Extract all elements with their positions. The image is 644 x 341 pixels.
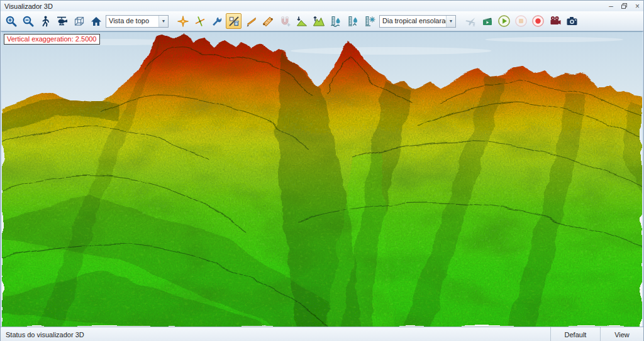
stop-recording-button[interactable] xyxy=(513,13,529,29)
settings-wrench-button[interactable] xyxy=(209,13,225,29)
water-level-button[interactable] xyxy=(328,13,343,29)
water-level-icon xyxy=(330,15,342,28)
flight-simulation-icon xyxy=(464,15,477,28)
export-video-button[interactable] xyxy=(547,13,563,29)
atmosphere-select[interactable]: Dia tropical ensolarado ▼ xyxy=(379,15,456,28)
vertical-exaggeration-label: Vertical exaggeration: 2.5000 xyxy=(4,34,100,45)
minimize-button[interactable]: – xyxy=(609,3,613,9)
zoom-out-button[interactable] xyxy=(20,13,36,29)
flight-simulation-button[interactable] xyxy=(462,13,478,29)
window-title: Visualizador 3D xyxy=(4,3,609,10)
water-rise-button[interactable] xyxy=(345,13,360,29)
close-button[interactable]: × xyxy=(635,3,640,9)
move-axes-icon xyxy=(194,15,206,28)
lower-exaggeration-icon xyxy=(296,15,308,28)
water-rise-icon xyxy=(347,15,359,28)
status-text: Status do visualizador 3D xyxy=(1,327,550,341)
status-bar: Status do visualizador 3D Default View xyxy=(1,327,643,341)
draw-path-icon xyxy=(245,15,257,28)
slope-tool-icon xyxy=(228,15,240,28)
video-camera-icon xyxy=(548,14,562,28)
play-icon xyxy=(497,14,511,28)
walk-mode-icon xyxy=(39,15,52,28)
app-window: Visualizador 3D – × xyxy=(0,0,644,341)
photo-camera-icon xyxy=(565,14,579,28)
orbit-cube-button[interactable] xyxy=(71,13,87,29)
status-view-pane: View xyxy=(600,327,643,341)
status-default-pane: Default xyxy=(550,327,600,341)
restore-button[interactable] xyxy=(621,3,627,9)
snap-add-button[interactable] xyxy=(277,13,292,29)
view-mode-select[interactable]: Vista de topo ▼ xyxy=(106,15,169,28)
restore-icon xyxy=(621,3,627,9)
zoom-out-icon xyxy=(22,15,35,28)
home-view-button[interactable] xyxy=(88,13,104,29)
animation-editor-icon xyxy=(481,15,494,28)
slope-tool-button[interactable] xyxy=(226,13,242,29)
record-icon xyxy=(531,14,545,28)
home-view-icon xyxy=(90,15,103,28)
stop-icon xyxy=(514,14,528,28)
draw-path-button[interactable] xyxy=(243,13,258,29)
orbit-cube-icon xyxy=(73,15,86,28)
walk-mode-button[interactable] xyxy=(37,13,53,29)
zoom-in-button[interactable] xyxy=(3,13,19,29)
center-view-button[interactable] xyxy=(175,13,191,29)
measure-distance-button[interactable] xyxy=(260,13,275,29)
animation-editor-button[interactable] xyxy=(479,13,495,29)
atmosphere-value: Dia tropical ensolarado xyxy=(380,16,446,27)
fly-mode-icon xyxy=(56,15,69,28)
toolbar: Vista de topo ▼ xyxy=(1,11,643,31)
play-animation-button[interactable] xyxy=(496,13,512,29)
view-mode-value: Vista de topo xyxy=(106,16,158,27)
terrain-3d-view[interactable] xyxy=(2,32,642,327)
lower-exaggeration-button[interactable] xyxy=(294,13,309,29)
measure-distance-icon xyxy=(262,15,274,28)
move-axes-button[interactable] xyxy=(192,13,208,29)
settings-wrench-icon xyxy=(211,15,223,28)
chevron-down-icon: ▼ xyxy=(158,16,168,27)
zoom-in-icon xyxy=(5,15,18,28)
raise-exaggeration-button[interactable] xyxy=(311,13,326,29)
snap-add-icon xyxy=(279,15,291,28)
sun-analysis-button[interactable] xyxy=(362,13,377,29)
chevron-down-icon: ▼ xyxy=(446,16,455,27)
lit-texture xyxy=(2,120,642,327)
snapshot-button[interactable] xyxy=(564,13,580,29)
sun-analysis-icon xyxy=(364,15,376,28)
title-bar: Visualizador 3D – × xyxy=(1,1,643,11)
center-view-icon xyxy=(177,15,189,28)
fly-mode-button[interactable] xyxy=(54,13,70,29)
raise-exaggeration-icon xyxy=(313,15,325,28)
terrain-viewport: Vertical exaggeration: 2.5000 xyxy=(1,31,643,327)
record-video-button[interactable] xyxy=(530,13,546,29)
